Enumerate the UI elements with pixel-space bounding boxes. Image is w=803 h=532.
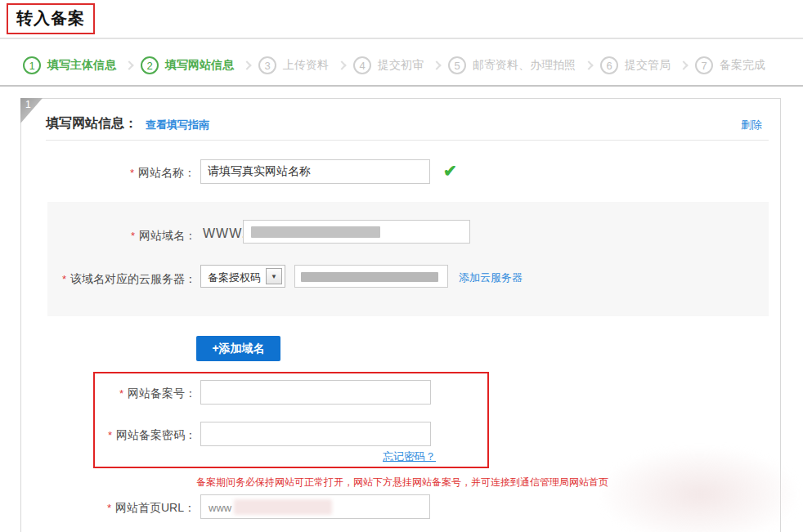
dropdown-arrow-icon[interactable]: ▼ (266, 268, 282, 284)
redacted-domain-value (251, 226, 380, 238)
label-text: 该域名对应的云服务器： (70, 272, 196, 285)
step-number-badge: 4 (353, 56, 371, 74)
cloud-server-label: *该域名对应的云服务器： (47, 272, 196, 287)
chevron-right-icon (337, 60, 346, 69)
required-asterisk: * (119, 387, 123, 400)
panel-heading: 填写网站信息： (46, 115, 137, 132)
site-name-input[interactable] (200, 159, 430, 184)
filing-password-input[interactable] (200, 422, 431, 446)
domain-input[interactable] (243, 220, 470, 244)
step-4-submit-first-review: 4 提交初审 (353, 56, 424, 74)
domain-www-prefix: WWW. (203, 226, 246, 241)
label-text: 网站备案号： (128, 387, 196, 400)
required-asterisk: * (130, 167, 134, 179)
chevron-right-icon (432, 60, 441, 69)
chevron-right-icon (679, 60, 688, 69)
step-label: 提交初审 (378, 58, 424, 73)
step-number-badge: 3 (258, 56, 276, 74)
redacted-authorization-code (301, 272, 438, 282)
label-text: 网站名称： (138, 166, 195, 179)
required-asterisk: * (108, 429, 112, 441)
url-www-text: www (209, 502, 231, 514)
blurred-watermark (603, 449, 796, 532)
panel-index-badge: 1 (20, 98, 43, 123)
panel-header-divider (46, 140, 769, 141)
step-number-badge: 7 (695, 56, 713, 74)
stepper-divider (0, 85, 803, 87)
step-7-filing-complete: 7 备案完成 (695, 56, 765, 74)
add-cloud-server-link[interactable]: 添加云服务器 (459, 270, 523, 285)
step-label: 填写网站信息 (165, 58, 234, 73)
chevron-right-icon (584, 60, 593, 69)
add-domain-button[interactable]: +添加域名 (196, 336, 280, 361)
filing-notice-text: 备案期间务必保持网站可正常打开，网站下方悬挂网站备案号，并可连接到通信管理局网站… (196, 476, 608, 490)
step-label: 填写主体信息 (47, 58, 116, 73)
homepage-url-input[interactable]: www (200, 494, 430, 519)
forgot-password-link[interactable]: 忘记密码？ (383, 449, 436, 464)
delete-link[interactable]: 删除 (741, 118, 762, 132)
label-text: 网站域名： (139, 229, 196, 242)
filing-number-input[interactable] (200, 380, 431, 405)
filing-number-label: *网站备案号： (95, 387, 196, 401)
homepage-url-label: *网站首页URL： (21, 501, 195, 516)
step-2-fill-website-info: 2 填写网站信息 (141, 56, 234, 74)
step-label: 邮寄资料、办理拍照 (473, 58, 576, 73)
authorization-code-input[interactable] (294, 265, 448, 288)
filing-password-label: *网站备案密码： (95, 428, 196, 443)
step-number-badge: 2 (141, 56, 159, 74)
step-number-badge: 5 (448, 56, 466, 74)
filing-credentials-highlight-box: *网站备案号： *网站备案密码： 忘记密码？ (93, 372, 489, 468)
step-6-submit-authority: 6 提交管局 (600, 56, 671, 74)
chevron-right-icon (124, 60, 133, 69)
step-number-badge: 6 (600, 56, 618, 74)
step-1-fill-subject-info: 1 填写主体信息 (23, 56, 116, 74)
filing-progress-stepper: 1 填写主体信息 2 填写网站信息 3 上传资料 4 提交初审 5 邮寄资料、办… (23, 51, 765, 79)
step-3-upload-materials: 3 上传资料 (258, 56, 329, 74)
redacted-url-value (234, 499, 332, 515)
step-5-mail-materials-photo: 5 邮寄资料、办理拍照 (448, 56, 576, 74)
step-label: 备案完成 (720, 58, 765, 73)
step-number-badge: 1 (23, 56, 41, 74)
title-divider (0, 38, 803, 39)
server-type-select[interactable]: 备案授权码 ▼ (200, 265, 285, 288)
step-label: 上传资料 (283, 58, 329, 73)
domain-server-section: *网站域名： WWW. *该域名对应的云服务器： 备案授权码 ▼ 添加云服务器 (47, 202, 769, 316)
view-fill-guide-link[interactable]: 查看填写指南 (146, 118, 209, 132)
chevron-right-icon (242, 60, 251, 69)
valid-check-icon: ✔ (443, 161, 457, 181)
transfer-filing-page: 转入备案 1 填写主体信息 2 填写网站信息 3 上传资料 4 提交初审 5 邮… (0, 0, 803, 532)
arrow-glyph: ▼ (271, 273, 277, 280)
label-text: 网站首页URL： (115, 501, 195, 514)
domain-label: *网站域名： (47, 229, 196, 244)
website-info-panel: 1 填写网站信息： 查看填写指南 删除 *网站名称： ✔ *网站域名： WWW.… (20, 98, 781, 532)
label-text: 网站备案密码： (116, 428, 196, 441)
required-asterisk: * (131, 230, 135, 242)
required-asterisk: * (107, 502, 111, 514)
required-asterisk: * (62, 273, 66, 285)
step-label: 提交管局 (625, 58, 671, 73)
page-title: 转入备案 (7, 3, 95, 34)
site-name-label: *网站名称： (21, 166, 195, 181)
select-selected-value: 备案授权码 (208, 270, 261, 285)
